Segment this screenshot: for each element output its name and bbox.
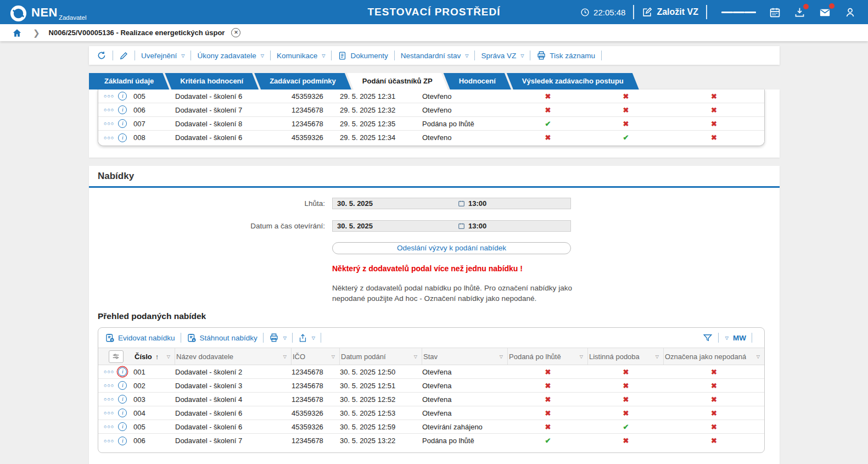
column-header-2[interactable]: Název dodavatele▽: [175, 348, 292, 365]
column-filter-icon[interactable]: ▽: [580, 354, 583, 359]
row-menu-icon[interactable]: ○○○: [104, 93, 114, 99]
tab-5[interactable]: Hodnocení: [444, 73, 511, 90]
column-header-1[interactable]: Číslo↑▽: [133, 348, 175, 365]
row-date: 29. 5. 2025 12:34: [340, 133, 422, 142]
row-status: Otevřena: [422, 395, 508, 404]
row-menu-icon[interactable]: ○○○: [104, 121, 114, 126]
column-header-8[interactable]: Označena jako nepodaná▽: [664, 348, 764, 365]
tab-2[interactable]: Kritéria hodnocení: [165, 73, 259, 90]
row-info-icon[interactable]: i: [118, 395, 127, 404]
home-button[interactable]: [12, 28, 22, 38]
filter-button[interactable]: [703, 333, 713, 343]
download-offers-button[interactable]: Stáhnout nabídky: [187, 333, 257, 343]
row-menu-icon[interactable]: ○○○: [104, 107, 114, 113]
mark-late-x-icon: ✖: [508, 395, 588, 404]
row-info-icon[interactable]: i: [118, 119, 127, 128]
row-info-icon[interactable]: i: [118, 133, 127, 142]
deadline-field[interactable]: 30. 5. 2025 13:00: [332, 198, 571, 209]
toolbar-menu-6[interactable]: Správa VZ▽: [481, 52, 524, 60]
edit-record-button[interactable]: [119, 51, 128, 60]
row-date: 30. 5. 2025 12:50: [340, 368, 422, 376]
toolbar-menu-2[interactable]: Úkony zadavatele▽: [197, 52, 264, 60]
close-record-icon[interactable]: ✕: [231, 28, 240, 37]
tab-3[interactable]: Zadávací podmínky: [254, 73, 351, 90]
toolbar-menu-1[interactable]: Uveřejnění▽: [141, 52, 184, 60]
row-menu-icon[interactable]: ○○○: [104, 135, 114, 141]
messages-button[interactable]: [819, 6, 831, 19]
column-filter-icon[interactable]: ▽: [757, 354, 760, 359]
chevron-down-icon: ▽: [520, 53, 524, 58]
tab-4[interactable]: Podání účastníků ZP: [347, 73, 448, 90]
funnel-icon: [703, 333, 713, 343]
downloads-button[interactable]: [794, 7, 805, 18]
environment-title: TESTOVACÍ PROSTŘEDÍ: [367, 6, 500, 18]
breadcrumb-item[interactable]: N006/25/V00005136 - Realizace energetick…: [49, 29, 225, 37]
calendar-button[interactable]: [769, 7, 781, 18]
mark-paper-check-icon: ✔: [588, 423, 664, 431]
column-filter-icon[interactable]: ▽: [500, 354, 503, 359]
row-menu-icon[interactable]: ○○○: [104, 410, 114, 416]
column-filter-icon[interactable]: ▽: [414, 354, 417, 359]
export-menu-button[interactable]: ▽: [298, 333, 315, 343]
print-menu-button[interactable]: ▽: [269, 333, 287, 343]
column-header-4[interactable]: Datum podání▽: [340, 348, 422, 365]
opening-time-value[interactable]: 13:00: [468, 222, 486, 230]
column-header-5[interactable]: Stav▽: [422, 348, 508, 365]
toolbar-menu-5[interactable]: Nestandardní stav▽: [401, 52, 469, 60]
row-number: 006: [133, 106, 175, 114]
nen-logo[interactable]: NEN Zadavatel: [10, 2, 86, 22]
mark-unsubmitted-x-icon: ✖: [664, 120, 764, 128]
row-actions: ○○○i: [98, 92, 133, 100]
opening-date-value[interactable]: 30. 5. 2025: [333, 222, 373, 230]
row-info-icon[interactable]: i: [118, 409, 127, 417]
deadline-label: Lhůta:: [89, 198, 325, 209]
row-actions: ○○○i: [98, 437, 133, 445]
row-info-icon[interactable]: i: [118, 105, 127, 114]
row-info-icon[interactable]: i: [118, 367, 127, 376]
profile-button[interactable]: [844, 7, 856, 18]
mark-unsubmitted-x-icon: ✖: [664, 368, 764, 376]
participants-panel: ○○○i005Dodavatel - školení 64535932629. …: [89, 90, 780, 158]
column-filter-icon[interactable]: ▽: [332, 354, 335, 359]
column-settings-button[interactable]: [109, 350, 124, 363]
row-info-icon[interactable]: i: [118, 422, 127, 431]
chevron-down-icon: ▽: [261, 53, 264, 58]
toolbar-menu-3[interactable]: Komunikace▽: [277, 52, 325, 60]
refresh-button[interactable]: [97, 51, 107, 60]
column-label: Název dodavatele: [176, 353, 233, 361]
tab-1[interactable]: Základní údaje: [89, 73, 169, 90]
tab-6[interactable]: Výsledek zadávacího postupu: [507, 73, 639, 90]
row-info-icon[interactable]: i: [118, 437, 127, 445]
column-header-3[interactable]: IČO▽: [292, 348, 340, 365]
offer-row-006: ○○○i006Dodavatel - školení 71234567830. …: [98, 434, 764, 448]
deadline-time-value[interactable]: 13:00: [468, 199, 486, 208]
view-switcher-button[interactable]: ▽ MW: [724, 334, 746, 342]
toolbar-menu-4[interactable]: Dokumenty: [338, 51, 388, 60]
opening-field[interactable]: 30. 5. 2025 13:00: [332, 220, 571, 232]
row-menu-icon[interactable]: ○○○: [104, 424, 114, 429]
deadline-date-value[interactable]: 30. 5. 2025: [333, 199, 373, 208]
menu-button[interactable]: [721, 10, 756, 15]
deadline-row: Lhůta: 30. 5. 2025 13:00: [89, 198, 780, 209]
send-call-button[interactable]: Odeslání výzvy k podání nabídek: [332, 242, 571, 254]
row-menu-icon[interactable]: ○○○: [104, 369, 114, 374]
row-menu-icon[interactable]: ○○○: [104, 396, 114, 402]
register-offer-button[interactable]: Evidovat nabídku: [105, 333, 175, 343]
mark-paper-x-icon: ✖: [588, 437, 664, 445]
column-header-6[interactable]: Podaná po lhůtě▽: [508, 348, 588, 365]
row-actions: ○○○i: [98, 395, 133, 404]
create-vz-button[interactable]: Založit VZ: [642, 7, 698, 18]
offer-row-001: ○○○i001Dodavatel - školení 21234567830. …: [98, 365, 764, 379]
chevron-down-icon: ▽: [181, 53, 184, 58]
column-label: Označena jako nepodaná: [665, 353, 746, 361]
row-info-icon[interactable]: i: [118, 92, 127, 100]
row-menu-icon[interactable]: ○○○: [104, 383, 114, 388]
toolbar-menu-label: Správa VZ: [481, 52, 516, 60]
column-filter-icon[interactable]: ▽: [283, 354, 287, 359]
toolbar-menu-7[interactable]: Tisk záznamu: [536, 51, 595, 60]
row-info-icon[interactable]: i: [118, 381, 127, 390]
column-filter-icon[interactable]: ▽: [656, 354, 659, 359]
column-header-7[interactable]: Listinná podoba▽: [588, 348, 664, 365]
column-filter-icon[interactable]: ▽: [167, 354, 170, 359]
row-menu-icon[interactable]: ○○○: [104, 438, 114, 444]
